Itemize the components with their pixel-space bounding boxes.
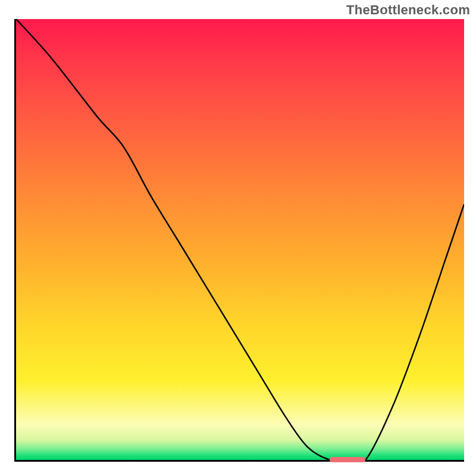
bottleneck-curve — [16, 19, 464, 460]
watermark-text: TheBottleneck.com — [346, 2, 470, 18]
optimal-marker — [330, 457, 365, 462]
chart-container: TheBottleneck.com — [0, 0, 476, 476]
curve-path — [16, 19, 464, 460]
plot-area — [14, 19, 464, 462]
